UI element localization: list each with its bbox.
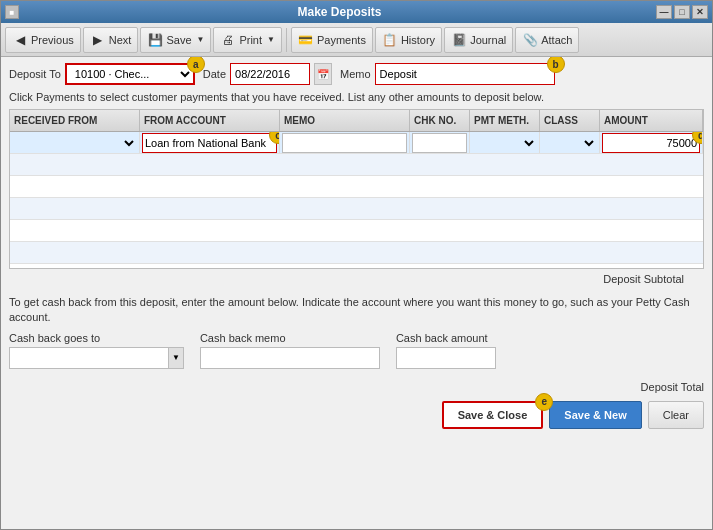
deposit-total-row: Deposit Total: [9, 381, 704, 393]
date-input[interactable]: [230, 63, 310, 85]
badge-b: b: [547, 57, 565, 73]
journal-button[interactable]: 📓 Journal: [444, 27, 513, 53]
cash-goes-to-label: Cash back goes to: [9, 332, 184, 344]
previous-icon: ◀: [12, 32, 28, 48]
deposit-to-label: Deposit To: [9, 68, 61, 80]
table-row: [10, 176, 703, 198]
table-body: c: [10, 132, 703, 268]
cash-goes-to-group: Cash back goes to ▼: [9, 332, 184, 369]
print-button[interactable]: 🖨 Print ▼: [213, 27, 282, 53]
calendar-button[interactable]: 📅: [314, 63, 332, 85]
next-label: Next: [109, 34, 132, 46]
minimize-button[interactable]: —: [656, 5, 672, 19]
toolbar: ◀ Previous ▶ Next 💾 Save ▼ 🖨 Print ▼ 💳 P…: [1, 23, 712, 57]
class-select[interactable]: [542, 136, 597, 150]
from-account-input[interactable]: [142, 133, 277, 153]
table-row: [10, 242, 703, 264]
save-new-button[interactable]: Save & New: [549, 401, 641, 429]
save-button[interactable]: 💾 Save ▼: [140, 27, 211, 53]
amount-input[interactable]: [602, 133, 700, 153]
print-label: Print: [239, 34, 262, 46]
memo-input[interactable]: [375, 63, 555, 85]
print-arrow-icon: ▼: [267, 35, 275, 44]
title-bar: ■ Make Deposits — □ ✕: [1, 1, 712, 23]
payments-icon: 💳: [298, 32, 314, 48]
cash-amount-label: Cash back amount: [396, 332, 496, 344]
cash-amount-group: Cash back amount: [396, 332, 496, 369]
col-amount: AMOUNT: [600, 110, 703, 131]
pmt-meth-select[interactable]: [472, 136, 537, 150]
attach-icon: 📎: [522, 32, 538, 48]
main-window: ■ Make Deposits — □ ✕ ◀ Previous ▶ Next …: [0, 0, 713, 530]
table-row: [10, 154, 703, 176]
badge-a: a: [187, 57, 205, 73]
previous-button[interactable]: ◀ Previous: [5, 27, 81, 53]
table-row: [10, 220, 703, 242]
cell-class[interactable]: [540, 132, 600, 153]
col-pmt-meth: PMT METH.: [470, 110, 540, 131]
date-label: Date: [203, 68, 226, 80]
save-arrow-icon: ▼: [197, 35, 205, 44]
cell-memo[interactable]: [280, 132, 410, 153]
window-controls: — □ ✕: [656, 5, 708, 19]
cell-from-account[interactable]: c: [140, 132, 280, 153]
next-icon: ▶: [90, 32, 106, 48]
maximize-button[interactable]: □: [674, 5, 690, 19]
col-from-account: FROM ACCOUNT: [140, 110, 280, 131]
payments-button[interactable]: 💳 Payments: [291, 27, 373, 53]
attach-button[interactable]: 📎 Attach: [515, 27, 579, 53]
col-memo: MEMO: [280, 110, 410, 131]
cell-chk-no[interactable]: [410, 132, 470, 153]
deposit-to-group: Deposit To 10100 · Chec... a: [9, 63, 195, 85]
deposit-subtotal-label: Deposit Subtotal: [603, 273, 684, 285]
previous-label: Previous: [31, 34, 74, 46]
col-class: CLASS: [540, 110, 600, 131]
memo-label: Memo: [340, 68, 371, 80]
cell-amount[interactable]: d: [600, 132, 703, 153]
deposit-total-label: Deposit Total: [641, 381, 704, 393]
save-close-button[interactable]: Save & Close: [442, 401, 544, 429]
chk-no-input[interactable]: [412, 133, 467, 153]
deposit-subtotal: Deposit Subtotal: [9, 273, 704, 285]
cash-goes-to-dropdown[interactable]: ▼: [169, 347, 184, 369]
cash-amount-input[interactable]: [396, 347, 496, 369]
cash-memo-group: Cash back memo: [200, 332, 380, 369]
table-row: [10, 198, 703, 220]
deposit-to-select[interactable]: 10100 · Chec...: [65, 63, 195, 85]
save-icon: 💾: [147, 32, 163, 48]
close-button[interactable]: ✕: [692, 5, 708, 19]
history-label: History: [401, 34, 435, 46]
clear-button[interactable]: Clear: [648, 401, 704, 429]
save-label: Save: [166, 34, 191, 46]
badge-e: e: [535, 393, 553, 411]
table-row: [10, 264, 703, 268]
cash-instructions: To get cash back from this deposit, ente…: [9, 295, 704, 326]
cash-fields: Cash back goes to ▼ Cash back memo Cash …: [9, 332, 704, 369]
row-memo-input[interactable]: [282, 133, 407, 153]
bottom-buttons: Save & Close e Save & New Clear: [9, 397, 704, 433]
cell-pmt-meth[interactable]: [470, 132, 540, 153]
next-button[interactable]: ▶ Next: [83, 27, 139, 53]
table-header: RECEIVED FROM FROM ACCOUNT MEMO CHK NO. …: [10, 110, 703, 132]
col-received-from: RECEIVED FROM: [10, 110, 140, 131]
memo-group: Memo b: [340, 63, 555, 85]
received-from-select[interactable]: [12, 136, 137, 150]
print-icon: 🖨: [220, 32, 236, 48]
cash-memo-input[interactable]: [200, 347, 380, 369]
table-row: c: [10, 132, 703, 154]
payments-label: Payments: [317, 34, 366, 46]
cash-goes-to-input[interactable]: [9, 347, 169, 369]
cash-memo-label: Cash back memo: [200, 332, 380, 344]
col-chk-no: CHK NO.: [410, 110, 470, 131]
history-button[interactable]: 📋 History: [375, 27, 442, 53]
journal-label: Journal: [470, 34, 506, 46]
cell-received-from[interactable]: [10, 132, 140, 153]
attach-label: Attach: [541, 34, 572, 46]
separator-1: [286, 28, 287, 52]
date-group: Date 📅: [203, 63, 332, 85]
deposit-table: RECEIVED FROM FROM ACCOUNT MEMO CHK NO. …: [9, 109, 704, 269]
instruction-text: Click Payments to select customer paymen…: [9, 91, 704, 103]
history-icon: 📋: [382, 32, 398, 48]
app-icon: ■: [5, 5, 19, 19]
journal-icon: 📓: [451, 32, 467, 48]
